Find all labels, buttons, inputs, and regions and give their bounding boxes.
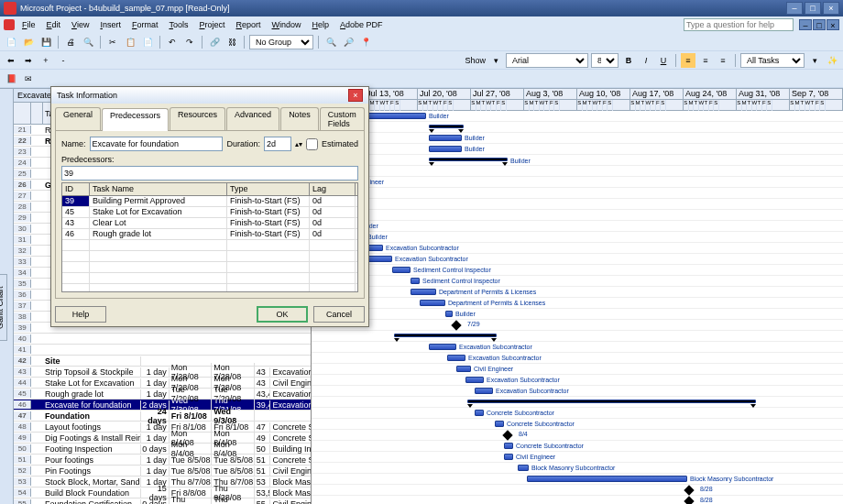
gantt-row[interactable] — [312, 166, 843, 177]
menu-help[interactable]: Help — [307, 18, 335, 31]
summary-bar[interactable] — [394, 334, 497, 337]
link-button[interactable]: 🔗 — [207, 35, 222, 49]
gantt-row[interactable]: Builder — [312, 232, 843, 243]
task-row[interactable]: 50Footing Inspection0 daysMon 8/4/08Mon … — [14, 444, 311, 455]
menu-tools[interactable]: Tools — [163, 18, 193, 31]
open-button[interactable]: 📂 — [21, 35, 36, 49]
predecessor-row[interactable]: 39Building Permit ApprovedFinish-to-Star… — [62, 196, 357, 207]
align-left-button[interactable]: ≡ — [681, 53, 695, 68]
predecessor-row[interactable]: 45Stake Lot for ExcavationFinish-to-Star… — [62, 207, 357, 218]
view-bar[interactable]: Gantt Chart — [0, 89, 14, 504]
predecessor-grid[interactable]: ID Task Name Type Lag 39Building Permit … — [61, 182, 358, 292]
show-dropdown[interactable]: ▾ — [488, 53, 503, 68]
pdf-mail-button[interactable]: ✉ — [21, 71, 36, 86]
gantt-row[interactable]: 8/4 — [312, 430, 843, 441]
milestone[interactable] — [502, 430, 512, 440]
save-button[interactable]: 💾 — [38, 35, 53, 49]
menu-adobe-pdf[interactable]: Adobe PDF — [334, 18, 389, 31]
tab-notes[interactable]: Notes — [280, 107, 319, 130]
pred-col-id[interactable]: ID — [62, 183, 90, 195]
task-bar[interactable]: Sediment Control Inspector — [411, 278, 420, 284]
task-bar[interactable]: Sediment Control Inspector — [392, 267, 411, 273]
maximize-button[interactable]: □ — [805, 2, 821, 15]
gantt-row[interactable]: Concrete Subcontractor — [312, 441, 843, 452]
gantt-row[interactable]: Block Masonry Subcontractor — [312, 474, 843, 485]
col-rownum[interactable] — [14, 103, 31, 124]
task-bar[interactable]: Excavation Subcontractor — [475, 388, 493, 394]
task-bar[interactable]: Excavation Subcontractor — [465, 377, 484, 383]
menu-report[interactable]: Report — [231, 18, 267, 31]
minimize-button[interactable]: – — [786, 2, 803, 15]
week-header[interactable]: Sep 7, '08SMTWTFS — [790, 89, 843, 110]
week-header[interactable]: Aug 31, '08SMTWTFS — [737, 89, 790, 110]
gantt-row[interactable]: Block Masonry Subcontractor — [312, 463, 843, 474]
gantt-row[interactable]: Excavation Subcontractor — [312, 243, 843, 254]
duration-input[interactable] — [264, 137, 291, 151]
week-header[interactable]: Aug 17, '08SMTWTFS — [630, 89, 684, 110]
bold-button[interactable]: B — [621, 53, 636, 68]
tab-general[interactable]: General — [55, 107, 101, 130]
redo-button[interactable]: ↷ — [182, 35, 197, 49]
gantt-row[interactable] — [312, 199, 843, 210]
pdf-button[interactable]: 📕 — [4, 71, 18, 86]
task-bar[interactable]: Excavation Subcontractor — [429, 344, 456, 350]
print-button[interactable]: 🖨 — [63, 35, 78, 49]
task-bar[interactable]: Department of Permits & Licenses — [420, 300, 445, 306]
gantt-row[interactable]: Excavation Subcontractor — [312, 375, 843, 386]
task-row[interactable]: 42Site — [14, 356, 311, 367]
menu-window[interactable]: Window — [267, 18, 307, 31]
align-center-button[interactable]: ≡ — [698, 53, 713, 68]
task-bar[interactable]: Department of Permits & Licenses — [411, 289, 436, 295]
cancel-button[interactable]: Cancel — [313, 306, 365, 323]
task-row[interactable]: 40 — [14, 334, 311, 345]
tab-predecessors[interactable]: Predecessors — [102, 108, 169, 131]
week-header[interactable]: Jul 13, '08SMTWTFS — [365, 89, 418, 110]
indent-button[interactable]: ➡ — [21, 53, 36, 68]
predecessor-row[interactable]: 46Rough grade lotFinish-to-Start (FS)0d — [62, 229, 357, 240]
gantt-row[interactable]: Excavation Subcontractor — [312, 353, 843, 364]
zoom-out-button[interactable]: 🔍 — [323, 35, 338, 49]
gantt-row[interactable]: Builder — [312, 155, 843, 166]
name-input[interactable] — [90, 137, 224, 151]
dialog-close-button[interactable]: × — [348, 89, 363, 102]
gantt-row[interactable]: Builder — [312, 111, 843, 122]
pred-col-lag[interactable]: Lag — [310, 183, 356, 195]
week-header[interactable]: Aug 10, '08SMTWTFS — [577, 89, 630, 110]
week-header[interactable]: Aug 24, '08SMTWTFS — [684, 89, 737, 110]
doc-close-button[interactable]: × — [827, 19, 839, 30]
task-row[interactable]: 48Layout footings1 dayFri 8/1/08Fri 8/1/… — [14, 422, 311, 433]
menu-format[interactable]: Format — [126, 18, 164, 31]
zoom-in-button[interactable]: 🔎 — [341, 35, 356, 49]
task-row[interactable]: 54Build Block Foundation15 daysFri 8/8/0… — [14, 488, 311, 499]
predecessor-row[interactable]: 43Clear LotFinish-to-Start (FS)0d — [62, 218, 357, 229]
gantt-row[interactable]: Department of Permits & Licenses — [312, 298, 843, 309]
gantt-row[interactable]: Civil Engineer — [312, 364, 843, 375]
task-bar[interactable]: Civil Engineer — [456, 366, 471, 372]
gantt-row[interactable]: Excavation Subcontractor — [312, 386, 843, 397]
task-row[interactable]: 47Foundation24 daysFri 8/1/08Wed 9/3/08 — [14, 411, 311, 422]
tab-custom-fields[interactable]: Custom Fields — [320, 107, 365, 130]
task-bar[interactable]: Civil Engineer — [504, 454, 513, 460]
cut-button[interactable]: ✂ — [105, 35, 120, 49]
task-bar[interactable]: Builder — [429, 135, 462, 141]
gantt-row[interactable]: 8/28 — [312, 496, 843, 504]
task-bar[interactable]: Excavation Subcontractor — [447, 355, 465, 361]
tab-advanced[interactable]: Advanced — [226, 107, 279, 130]
task-bar[interactable]: Builder — [445, 311, 453, 317]
menu-file[interactable]: File — [16, 18, 41, 31]
italic-button[interactable]: I — [639, 53, 653, 68]
copy-button[interactable]: 📋 — [123, 35, 137, 49]
task-row[interactable]: 49Dig Footings & Install Reinforcing1 da… — [14, 433, 311, 444]
preview-button[interactable]: 🔍 — [81, 35, 95, 49]
gantt-row[interactable]: 7/29 — [312, 320, 843, 331]
undo-button[interactable]: ↶ — [165, 35, 180, 49]
tab-resources[interactable]: Resources — [170, 107, 225, 130]
gantt-row[interactable] — [312, 397, 843, 408]
week-header[interactable]: Aug 3, '08SMTWTFS — [524, 89, 577, 110]
gantt-row[interactable] — [312, 122, 843, 133]
wizard-button[interactable]: ✨ — [825, 53, 839, 68]
predecessor-entry-input[interactable] — [61, 166, 358, 181]
gantt-row[interactable]: Concrete Subcontractor — [312, 408, 843, 419]
estimated-checkbox[interactable] — [306, 138, 318, 150]
task-row[interactable]: 44Stake Lot for Excavation1 dayMon 7/28/… — [14, 378, 311, 389]
